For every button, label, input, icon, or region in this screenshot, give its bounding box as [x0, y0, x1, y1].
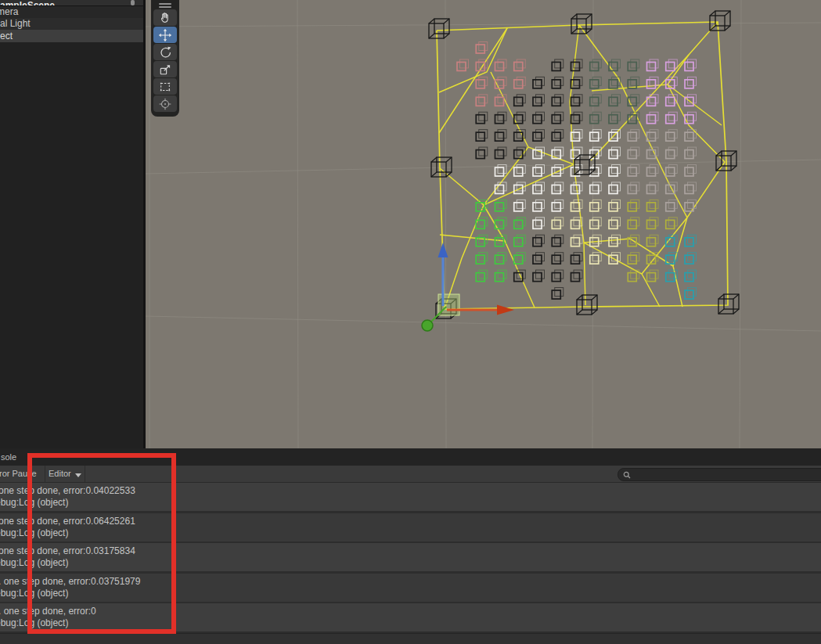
log-message: . one step done, error:0 — [0, 606, 821, 617]
log-entry[interactable]: one step done, error:0.03175834 ebug:Log… — [0, 543, 821, 571]
rotate-icon — [157, 45, 173, 59]
console-tab-bar: sole — [0, 448, 821, 466]
scale-icon — [157, 63, 173, 77]
hierarchy-item-label: al Light — [0, 18, 31, 29]
hand-tool-button[interactable] — [153, 9, 177, 26]
hierarchy-item-light[interactable]: al Light — [0, 18, 143, 30]
scene-viewport[interactable] — [146, 0, 821, 448]
log-message: one step done, error:0.03175834 — [0, 545, 821, 556]
log-message: one step done, error:0.04022533 — [0, 485, 821, 496]
console-panel: sole ror Pause Editor one step done, err… — [0, 448, 821, 644]
unity-editor-window: SampleScene mera al Light ect — [0, 0, 821, 644]
toolbar-separator — [45, 466, 45, 482]
log-stacktrace: ebug:Log (object) — [0, 617, 821, 628]
search-icon — [623, 471, 631, 479]
scale-tool-button[interactable] — [153, 61, 177, 77]
hand-icon — [157, 11, 173, 25]
scene-tools-overlay — [151, 0, 179, 117]
log-message: one step done, error:0.06425261 — [0, 516, 821, 527]
console-search-input[interactable] — [618, 468, 821, 481]
scene-header-label: SampleScene — [0, 0, 55, 6]
log-entry[interactable]: . one step done, error:0 ebug:Log (objec… — [0, 603, 821, 631]
console-detail-area — [0, 633, 821, 644]
hierarchy-item-selected-object[interactable]: ect — [0, 30, 143, 42]
move-icon — [157, 28, 173, 42]
hierarchy-item-label: ect — [0, 31, 13, 41]
toolbar-separator — [85, 466, 85, 482]
rect-tool-button[interactable] — [153, 78, 177, 95]
hierarchy-item-camera[interactable]: mera — [0, 6, 143, 18]
console-tab[interactable]: sole — [1, 448, 16, 466]
log-message: . one step done, error:0.03751979 — [0, 576, 821, 587]
log-stacktrace: ebug:Log (object) — [0, 588, 821, 599]
log-entry[interactable]: one step done, error:0.06425261 ebug:Log… — [0, 513, 821, 541]
console-toolbar: ror Pause Editor — [0, 466, 821, 483]
log-entry[interactable]: one step done, error:0.04022533 ebug:Log… — [0, 483, 821, 511]
rect-icon — [157, 80, 173, 94]
log-entry[interactable]: . one step done, error:0.03751979 ebug:L… — [0, 574, 821, 602]
transform-icon — [157, 97, 173, 111]
scene-canvas — [146, 0, 821, 448]
error-pause-toggle[interactable]: ror Pause — [0, 466, 37, 482]
hierarchy-scene-header[interactable]: SampleScene — [0, 0, 143, 6]
log-stacktrace: ebug:Log (object) — [0, 497, 821, 508]
dropdown-arrow-icon — [75, 473, 81, 477]
log-stacktrace: ebug:Log (object) — [0, 557, 821, 568]
hierarchy-options-icon[interactable] — [131, 0, 135, 5]
rotate-tool-button[interactable] — [153, 44, 177, 60]
move-tool-button[interactable] — [153, 27, 177, 43]
editor-dropdown-label: Editor — [49, 469, 71, 478]
toolbar-grip-handle[interactable] — [159, 3, 171, 8]
editor-dropdown[interactable]: Editor — [49, 466, 81, 482]
log-stacktrace: ebug:Log (object) — [0, 527, 821, 538]
transform-tool-button[interactable] — [153, 95, 177, 112]
hierarchy-panel: SampleScene mera al Light ect — [0, 0, 143, 448]
hierarchy-item-label: mera — [0, 6, 18, 18]
